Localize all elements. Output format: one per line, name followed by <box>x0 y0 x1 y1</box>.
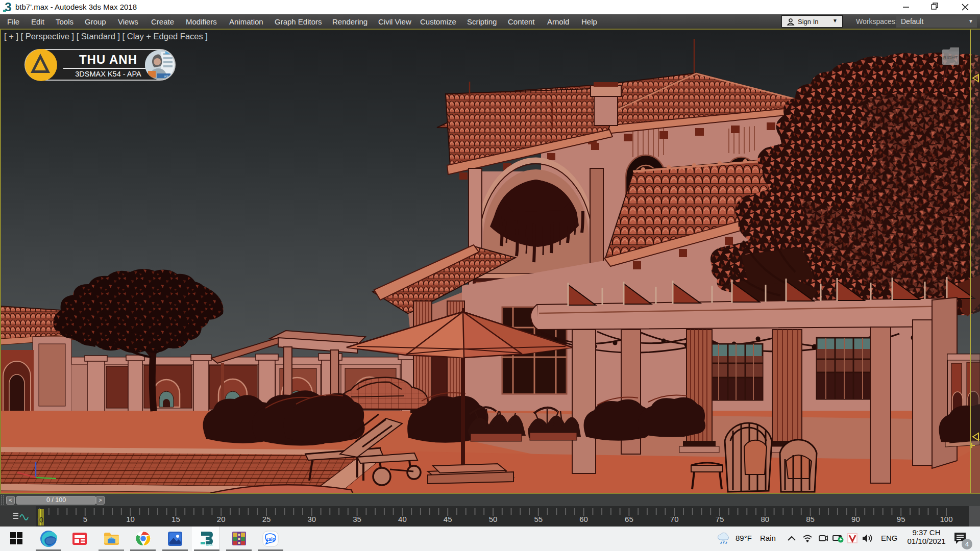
svg-text:100: 100 <box>940 515 952 523</box>
svg-text:60: 60 <box>579 515 588 523</box>
svg-text:50: 50 <box>489 515 498 523</box>
svg-text:RIGHT: RIGHT <box>943 55 958 60</box>
svg-text:65: 65 <box>625 515 633 523</box>
svg-text:75: 75 <box>716 515 724 523</box>
svg-text:10: 10 <box>126 515 135 523</box>
svg-text:25: 25 <box>262 515 271 523</box>
svg-text:30: 30 <box>307 515 316 523</box>
svg-text:85: 85 <box>806 515 815 523</box>
svg-text:Zalo: Zalo <box>266 537 276 542</box>
svg-text:5: 5 <box>83 515 87 523</box>
svg-text:20: 20 <box>217 515 226 523</box>
svg-text:15: 15 <box>172 515 180 523</box>
svg-text:90: 90 <box>851 515 860 523</box>
svg-text:45: 45 <box>444 515 452 523</box>
svg-text:0: 0 <box>39 516 43 524</box>
svg-text:80: 80 <box>761 515 769 523</box>
svg-text:55: 55 <box>534 515 543 523</box>
svg-text:MAX: MAX <box>206 543 212 546</box>
svg-text:40: 40 <box>398 515 407 523</box>
svg-text:35: 35 <box>353 515 361 523</box>
svg-text:70: 70 <box>670 515 679 523</box>
svg-text:95: 95 <box>897 515 905 523</box>
